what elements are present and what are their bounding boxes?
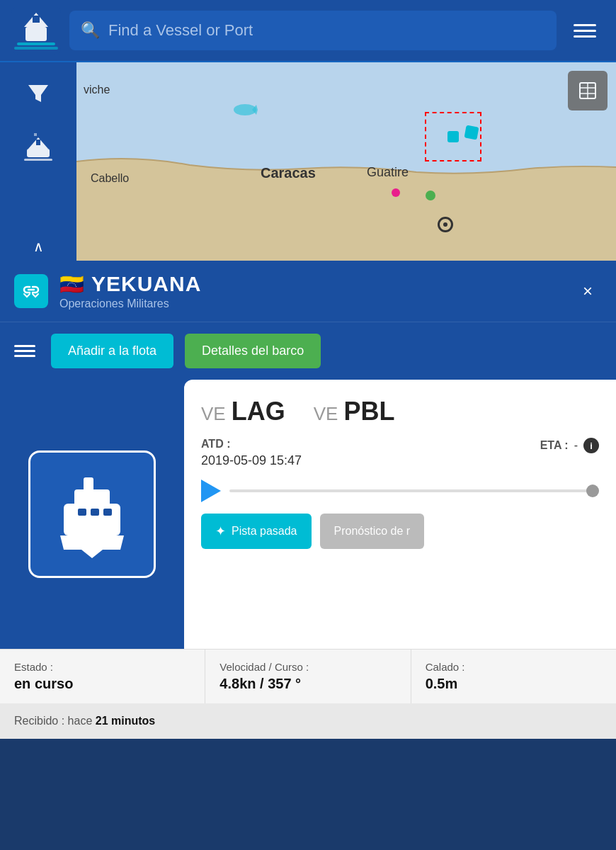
status-value: en curso [14,676,190,692]
vessel-dot-pink[interactable] [392,188,400,197]
add-to-fleet-button[interactable]: Añadir a la flota [51,334,173,368]
arrival-country: VE [314,403,338,425]
svg-rect-12 [76,62,616,176]
eta-label: ETA : [540,439,569,452]
past-track-button[interactable]: ✦ Pista pasada [201,514,312,549]
svg-rect-10 [24,159,52,161]
status-stat: Estado : en curso [0,650,205,703]
svg-rect-25 [103,509,112,516]
eta-value: - [574,439,578,452]
svg-rect-23 [78,509,86,516]
vessel-name: YEKUANA [91,272,201,296]
vessel-hamburger-line-2 [14,350,35,352]
map-label-guatire: Guatire [367,165,409,180]
search-placeholder: Find a Vessel or Port [108,21,253,40]
progress-dot [586,484,599,497]
vessel-type: Operaciones Militares [59,298,562,310]
svg-marker-26 [81,550,103,558]
departure-port: VE LAG [201,397,285,426]
layers-button[interactable] [18,128,58,167]
progress-track [229,489,599,492]
hamburger-line-2 [574,30,596,32]
vessel-flag: 🇻🇪 [59,273,84,296]
search-bar[interactable]: 🔍 Find a Vessel or Port [69,11,557,50]
map-sidebar: ∧ [0,62,76,261]
map-label-caracas: Caracas [261,165,316,181]
atd-block: ATD : 2019-05-09 15:47 [201,438,302,468]
received-bar: Recibido : hace 21 minutos [0,703,616,739]
vessel-ship-illustration [28,450,156,578]
progress-arrow-icon [201,480,221,502]
vessel-header: 🇻🇪 YEKUANA Operaciones Militares × [0,261,616,322]
filter-button[interactable] [18,74,58,113]
svg-rect-9 [36,140,40,145]
svg-rect-1 [25,27,47,41]
status-label: Estado : [14,661,190,673]
svg-rect-20 [64,504,120,536]
received-label: Recibido : hace [14,715,92,727]
vessel-details-button[interactable]: Detalles del barco [185,334,321,368]
draft-stat: Calado : 0.5m [411,650,616,703]
arrival-port: VE PBL [314,397,395,426]
svg-rect-5 [14,47,58,50]
hamburger-line-1 [574,24,596,26]
vessel-icon-column [0,380,184,649]
svg-rect-21 [74,489,110,507]
draft-label: Calado : [426,661,602,673]
app-logo [11,6,61,55]
departure-port-code: LAG [232,397,285,426]
vessel-hamburger-line-3 [14,355,35,357]
past-track-label: Pista pasada [232,525,297,538]
port-codes-row: VE LAG VE PBL [201,397,599,426]
speed-label: Velocidad / Curso : [219,661,396,673]
svg-rect-7 [27,149,50,157]
svg-rect-22 [84,477,93,492]
hamburger-line-3 [574,35,596,38]
received-time: 21 minutos [96,715,155,727]
vessel-marker-selected [447,131,459,142]
vessel-flag-name-block: 🇻🇪 YEKUANA Operaciones Militares [59,272,562,310]
port-target-center [443,222,447,227]
svg-rect-3 [33,16,40,23]
svg-rect-24 [91,509,99,516]
map-label-cabello: Cabello [91,172,129,185]
route-icon: ✦ [215,523,226,539]
menu-button[interactable] [565,11,605,50]
atd-value: 2019-05-09 15:47 [201,453,302,468]
atd-eta-row: ATD : 2019-05-09 15:47 ETA : - i [201,438,599,468]
vessel-dot-green[interactable] [426,191,435,200]
port-target[interactable] [438,217,453,232]
vessel-info-column: VE LAG VE PBL ATD : 2019-05-09 15:47 ETA… [184,380,616,649]
search-icon: 🔍 [81,21,100,40]
map-style-button[interactable] [568,71,608,110]
map-label-viche: viche [84,84,110,96]
speed-stat: Velocidad / Curso : 4.8kn / 357 ° [205,650,411,703]
vessel-link-icon[interactable] [14,274,48,308]
forecast-button[interactable]: Pronóstico de r [320,514,425,549]
svg-rect-4 [17,42,55,45]
voyage-progress-bar [201,480,599,502]
eta-info-icon[interactable]: i [583,438,599,453]
departure-country: VE [201,403,226,425]
vessel-hamburger-line-1 [14,345,35,347]
draft-value: 0.5m [426,676,602,692]
collapse-button[interactable]: ∧ [33,238,44,255]
arrival-port-code: PBL [343,397,394,426]
svg-rect-11 [34,133,37,136]
map-fish-icon [232,101,258,123]
map-area[interactable]: viche Caracas Guatire Cabello [76,62,616,261]
eta-block: ETA : - i [540,438,599,453]
stats-bar: Estado : en curso Velocidad / Curso : 4.… [0,649,616,703]
app-header: 🔍 Find a Vessel or Port [0,0,616,62]
vessel-detail-section: VE LAG VE PBL ATD : 2019-05-09 15:47 ETA… [0,380,616,649]
close-panel-button[interactable]: × [574,277,602,305]
vessel-menu-button[interactable] [14,345,40,357]
speed-value: 4.8kn / 357 ° [219,676,396,692]
map-background: viche Caracas Guatire Cabello [76,62,616,261]
vessel-panel: 🇻🇪 YEKUANA Operaciones Militares × Añadi… [0,261,616,739]
map-container: ∧ viche Caracas Guatire Cabello [0,62,616,261]
action-buttons-row: Añadir a la flota Detalles del barco [0,322,616,380]
atd-label: ATD : [201,438,302,450]
cyan-vessel-marker[interactable] [464,125,479,140]
svg-marker-6 [28,85,48,102]
